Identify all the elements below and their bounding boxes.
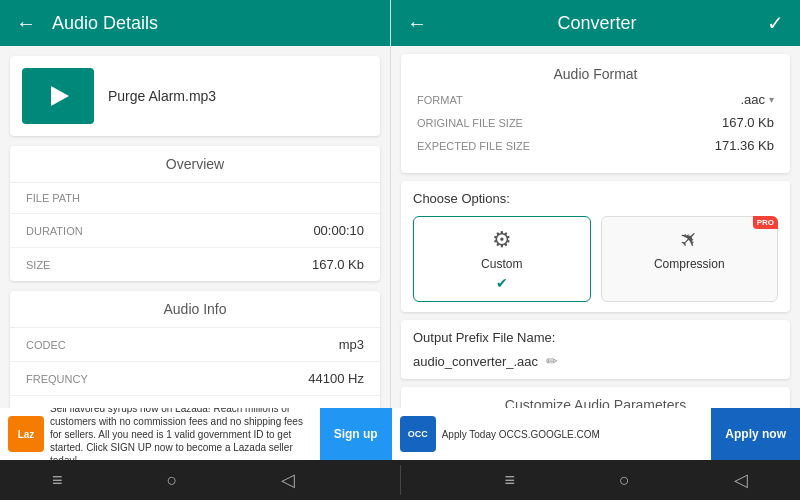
table-row: FORMAT .aac ▾ — [417, 92, 774, 107]
format-value-wrap[interactable]: .aac ▾ — [740, 92, 774, 107]
nav-back-icon[interactable]: ◁ — [281, 469, 295, 491]
left-back-button[interactable]: ← — [16, 12, 36, 35]
info-value: 167.0 Kb — [312, 257, 364, 272]
ad-right: OCC Apply Today OCCS.GOOGLE.COM — [392, 412, 712, 456]
audio-format-card: Audio Format FORMAT .aac ▾ ORIGINAL FILE… — [401, 54, 790, 173]
compress-icon: ✈ — [674, 224, 705, 255]
info-value: mp3 — [339, 337, 364, 352]
option-label: Compression — [654, 257, 725, 271]
table-row: EXPECTED FILE SIZE 171.36 Kb — [417, 138, 774, 153]
bottom-nav: ≡ ○ ◁ ≡ ○ ◁ — [0, 460, 800, 500]
info-value: 00:00:10 — [313, 223, 364, 238]
audio-preview-card: Purge Alarm.mp3 — [10, 56, 380, 136]
play-triangle-icon — [51, 86, 69, 106]
gear-icon: ⚙ — [492, 227, 512, 253]
dropdown-icon: ▾ — [769, 94, 774, 105]
option-label: Custom — [481, 257, 522, 271]
edit-icon[interactable]: ✏ — [546, 353, 558, 369]
prefix-value: audio_converter_.aac — [413, 354, 538, 369]
nav-divider — [400, 465, 401, 495]
info-label: SIZE — [26, 259, 50, 271]
right-back-button[interactable]: ← — [407, 12, 427, 35]
table-row: DURATION 00:00:10 — [10, 214, 380, 248]
confirm-button[interactable]: ✓ — [767, 11, 784, 35]
format-value: 167.0 Kb — [722, 115, 774, 130]
compression-option[interactable]: PRO ✈ Compression — [601, 216, 779, 302]
prefix-value-row: audio_converter_.aac ✏ — [413, 353, 778, 369]
table-row: BITRATE 128 kb/s — [10, 396, 380, 408]
signup-button[interactable]: Sign up — [320, 408, 392, 460]
right-panel: ← Converter ✓ Audio Format FORMAT .aac ▾… — [390, 0, 800, 408]
format-label: ORIGINAL FILE SIZE — [417, 117, 523, 129]
customize-title: Customize Audio Parameters — [413, 397, 778, 408]
left-header: ← Audio Details — [0, 0, 390, 46]
left-content: Purge Alarm.mp3 Overview FILE PATH DURAT… — [0, 46, 390, 408]
left-title: Audio Details — [52, 13, 158, 34]
format-value: 171.36 Kb — [715, 138, 774, 153]
format-value: .aac — [740, 92, 765, 107]
play-button[interactable] — [22, 68, 94, 124]
audio-format-title: Audio Format — [417, 66, 774, 82]
customize-section: Customize Audio Parameters CODEC AAC ▾ F… — [401, 387, 790, 408]
nav-menu-icon-2[interactable]: ≡ — [505, 470, 516, 491]
table-row: SIZE 167.0 Kb — [10, 248, 380, 281]
right-content: Audio Format FORMAT .aac ▾ ORIGINAL FILE… — [391, 46, 800, 408]
custom-option[interactable]: ⚙ Custom ✔ — [413, 216, 591, 302]
table-row: FILE PATH — [10, 183, 380, 214]
nav-home-icon[interactable]: ○ — [167, 470, 178, 491]
ad-left-logo: Laz — [8, 416, 44, 452]
options-grid: ⚙ Custom ✔ PRO ✈ Compression — [413, 216, 778, 302]
nav-menu-icon[interactable]: ≡ — [52, 470, 63, 491]
table-row: CODEC mp3 — [10, 328, 380, 362]
audio-filename: Purge Alarm.mp3 — [108, 88, 216, 104]
right-title: Converter — [557, 13, 636, 34]
info-value: 44100 Hz — [308, 371, 364, 386]
apply-now-button[interactable]: Apply now — [711, 408, 800, 460]
check-icon: ✔ — [496, 275, 508, 291]
table-row: ORIGINAL FILE SIZE 167.0 Kb — [417, 115, 774, 130]
ad-left: Laz Sell flavored syrups now on Lazada! … — [0, 408, 320, 460]
audio-info-card: Audio Info CODEC mp3 FREQUNCY 44100 Hz B… — [10, 291, 380, 408]
ad-left-text: Sell flavored syrups now on Lazada! Reac… — [50, 408, 312, 460]
options-title: Choose Options: — [413, 191, 778, 206]
overview-card: Overview FILE PATH DURATION 00:00:10 SIZ… — [10, 146, 380, 281]
left-panel: ← Audio Details Purge Alarm.mp3 Overview… — [0, 0, 390, 408]
nav-home-icon-2[interactable]: ○ — [619, 470, 630, 491]
output-prefix-section: Output Prefix File Name: audio_converter… — [401, 320, 790, 379]
format-label: FORMAT — [417, 94, 463, 106]
table-row: FREQUNCY 44100 Hz — [10, 362, 380, 396]
choose-options-section: Choose Options: ⚙ Custom ✔ PRO ✈ Compres… — [401, 181, 790, 312]
nav-back-icon-2[interactable]: ◁ — [734, 469, 748, 491]
audio-info-title: Audio Info — [10, 291, 380, 328]
overview-title: Overview — [10, 146, 380, 183]
info-label: FILE PATH — [26, 192, 80, 204]
info-label: DURATION — [26, 225, 83, 237]
output-prefix-title: Output Prefix File Name: — [413, 330, 778, 345]
pro-badge: PRO — [753, 216, 778, 229]
ad-right-logo: OCC — [400, 416, 436, 452]
info-label: CODEC — [26, 339, 66, 351]
right-header: ← Converter ✓ — [391, 0, 800, 46]
ad-banner: Laz Sell flavored syrups now on Lazada! … — [0, 408, 800, 460]
format-label: EXPECTED FILE SIZE — [417, 140, 530, 152]
info-label: FREQUNCY — [26, 373, 88, 385]
ad-right-text: Apply Today OCCS.GOOGLE.COM — [442, 428, 600, 441]
